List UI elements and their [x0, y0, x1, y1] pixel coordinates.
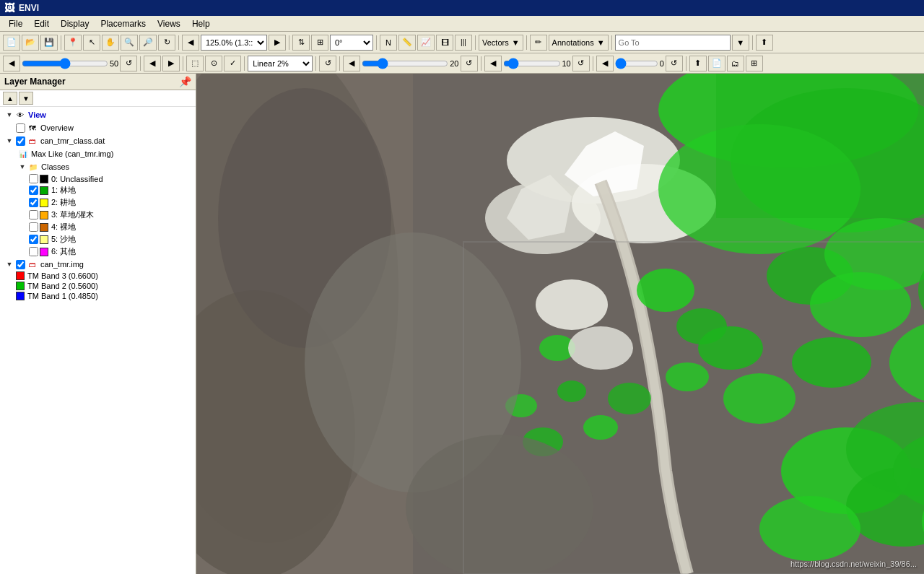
opacity-value: 10 [562, 59, 571, 68]
class-5-color [40, 235, 48, 244]
sep13 [339, 56, 340, 71]
tree-classfile-item[interactable]: ▼ 🗃 can_tmr_class.dat [1, 134, 194, 147]
menu-file[interactable]: File [3, 17, 28, 30]
tree-band-2[interactable]: TM Band 1 (0.4850) [1, 291, 194, 301]
zoom-back[interactable]: ◀ [182, 35, 199, 51]
layer-list-btn[interactable]: 🗂 [727, 56, 744, 71]
opacity-prev-btn[interactable]: ◀ [484, 56, 502, 71]
svg-point-14 [637, 269, 694, 312]
annotations-icon[interactable]: ✏ [530, 35, 547, 51]
panel-pin-btn[interactable]: 📌 [179, 76, 191, 87]
zoom-in-tool[interactable]: 🔍 [121, 35, 138, 51]
map-area[interactable]: https://blog.csdn.net/weixin_39/86... [196, 74, 924, 574]
open-button[interactable]: 📂 [22, 35, 39, 51]
class-3-checkbox[interactable] [29, 210, 38, 219]
tree-class-6[interactable]: 6: 其他 [1, 245, 194, 258]
tree-imgfile-item[interactable]: ▼ 🗃 can_tmr.img [1, 258, 194, 271]
save-button[interactable]: 💾 [40, 35, 58, 51]
view-expand-icon[interactable]: ▼ [4, 110, 14, 120]
sep5 [475, 35, 476, 50]
menu-placemarks[interactable]: Placemarks [95, 17, 152, 30]
nav-up-btn[interactable]: ▲ [3, 92, 17, 105]
tree-maxlike-item[interactable]: 📊 Max Like (can_tmr.img) [1, 147, 194, 160]
tree-class-0[interactable]: 0: Unclassified [1, 173, 194, 184]
prev-btn2[interactable]: ◀ [343, 56, 360, 71]
goto-btn[interactable]: ▼ [732, 35, 749, 51]
tree-class-3[interactable]: 3: 草地/灌木 [1, 209, 194, 221]
opacity-slider[interactable] [503, 58, 561, 69]
annotations-dropdown[interactable]: Annotations ▼ [549, 35, 609, 51]
reset-opacity-btn[interactable]: ↺ [572, 56, 590, 71]
tree-class-4[interactable]: 4: 裸地 [1, 221, 194, 233]
export-btn[interactable]: ⬆ [756, 35, 773, 51]
overview-checkbox[interactable] [16, 123, 25, 133]
reset-gamma-btn[interactable]: ↺ [666, 56, 683, 71]
tree-view-item[interactable]: ▼ 👁 View [1, 108, 194, 121]
brightness-slider[interactable] [22, 58, 108, 69]
class-1-checkbox[interactable] [29, 186, 38, 195]
class-2-label: 2: 耕地 [51, 197, 76, 208]
north-btn[interactable]: N [380, 35, 397, 51]
next-frame-btn[interactable]: ▶ [162, 56, 180, 71]
stretch-select[interactable]: Linear 2% Linear Equalize Gaussian None [248, 56, 313, 71]
new-button[interactable]: 📄 [3, 35, 20, 51]
tree-classes-item[interactable]: ▼ 📁 Classes [1, 160, 194, 173]
prev-frame-btn[interactable]: ◀ [3, 56, 20, 71]
classfile-expand-icon[interactable]: ▼ [4, 136, 14, 146]
profile-btn[interactable]: 📈 [417, 35, 435, 51]
svg-point-18 [723, 373, 796, 424]
imgfile-checkbox[interactable] [16, 260, 25, 269]
sync-btn[interactable]: ⇅ [292, 35, 310, 51]
svg-point-42 [536, 279, 608, 330]
classes-expand-icon[interactable]: ▼ [17, 162, 27, 172]
zoom-forward[interactable]: ▶ [269, 35, 286, 51]
zoom-out-tool[interactable]: 🔎 [139, 35, 157, 51]
prev-frame-btn2[interactable]: ◀ [144, 56, 161, 71]
goto-input[interactable] [615, 35, 731, 51]
rotate-tool[interactable]: ↻ [158, 35, 175, 51]
layer-grid-btn[interactable]: ⊞ [746, 56, 763, 71]
band-btn[interactable]: 🎞 [436, 35, 453, 51]
reset-contrast-btn[interactable]: ↺ [461, 56, 478, 71]
tree-class-1[interactable]: 1: 林地 [1, 184, 194, 196]
classfile-checkbox[interactable] [16, 136, 25, 146]
apply-btn[interactable]: ✓ [224, 56, 241, 71]
pin-tool[interactable]: 📍 [64, 35, 82, 51]
menu-views[interactable]: Views [152, 17, 186, 30]
view-label: View [28, 110, 46, 119]
menu-display[interactable]: Display [55, 17, 95, 30]
select-region-btn[interactable]: ⬚ [186, 56, 204, 71]
tree-band-1[interactable]: TM Band 2 (0.5600) [1, 281, 194, 291]
class-2-checkbox[interactable] [29, 198, 38, 207]
stat-btn[interactable]: ||| [455, 35, 472, 51]
tree-class-2[interactable]: 2: 耕地 [1, 196, 194, 209]
svg-point-21 [792, 337, 871, 388]
nav-down-btn[interactable]: ▼ [19, 92, 33, 105]
menu-edit[interactable]: Edit [28, 17, 55, 30]
zero-btn[interactable]: ◀ [596, 56, 614, 71]
imgfile-expand-icon[interactable]: ▼ [4, 259, 14, 269]
layer-down-btn[interactable]: 📄 [708, 56, 725, 71]
reset-stretch-btn[interactable]: ↺ [319, 56, 336, 71]
gamma-slider[interactable] [615, 58, 658, 69]
zoom-select[interactable]: 125.0% (1.3:: [201, 35, 267, 51]
overview-btn[interactable]: ⊞ [311, 35, 328, 51]
tree-overview-item[interactable]: 🗺 Overview [1, 121, 194, 134]
pointer-tool[interactable]: ↖ [83, 35, 100, 51]
svg-point-39 [608, 383, 651, 414]
measure-btn[interactable]: 📏 [398, 35, 416, 51]
menu-help[interactable]: Help [186, 17, 216, 30]
rotate-select[interactable]: 0° [330, 35, 373, 51]
contrast-slider[interactable] [362, 58, 448, 69]
layer-up-btn[interactable]: ⬆ [689, 56, 707, 71]
class-6-checkbox[interactable] [29, 247, 38, 256]
class-0-checkbox[interactable] [29, 174, 38, 183]
reset-brightness-btn[interactable]: ↺ [120, 56, 137, 71]
tree-class-5[interactable]: 5: 沙地 [1, 233, 194, 245]
freehand-btn[interactable]: ⊙ [205, 56, 222, 71]
pan-tool[interactable]: ✋ [102, 35, 119, 51]
vectors-dropdown[interactable]: Vectors ▼ [479, 35, 523, 51]
class-5-checkbox[interactable] [29, 235, 38, 244]
class-4-checkbox[interactable] [29, 222, 38, 232]
tree-band-0[interactable]: TM Band 3 (0.6600) [1, 271, 194, 281]
